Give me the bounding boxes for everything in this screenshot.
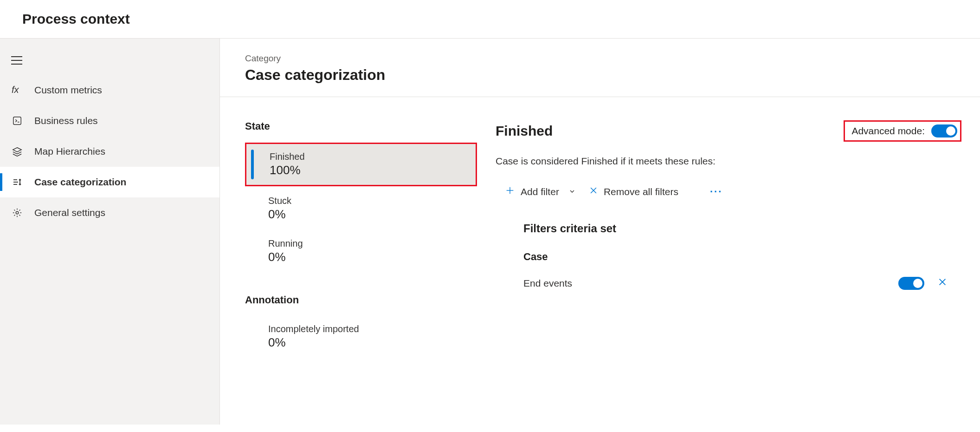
- add-filter-label: Add filter: [521, 186, 559, 197]
- filter-name: End events: [523, 278, 572, 289]
- more-options-icon[interactable]: ···: [710, 186, 722, 198]
- detail-description: Case is considered Finished if it meets …: [496, 156, 961, 167]
- annotation-name: Incompletely imported: [268, 324, 468, 334]
- app-header: Process context: [0, 0, 980, 39]
- detail-title: Finished: [496, 123, 553, 139]
- hamburger-icon: [11, 56, 22, 65]
- state-item-stuck[interactable]: Stuck 0%: [245, 188, 477, 229]
- toggle-knob: [946, 126, 955, 136]
- remove-filter-icon[interactable]: [937, 277, 948, 290]
- hamburger-menu[interactable]: [0, 50, 219, 71]
- sidebar-item-label: Custom metrics: [34, 85, 102, 96]
- page-title: Process context: [22, 11, 980, 27]
- state-value: 100%: [270, 163, 466, 177]
- svg-text:fx: fx: [12, 85, 19, 95]
- annotation-section-title: Annotation: [245, 294, 477, 306]
- state-value: 0%: [268, 250, 468, 264]
- right-panel: Finished Advanced mode: Case is consider…: [477, 120, 961, 357]
- sidebar-item-label: Map Hierarchies: [34, 146, 105, 157]
- state-list: Finished 100% Stuck 0% Running 0%: [245, 143, 477, 272]
- fx-icon: fx: [11, 84, 23, 96]
- sidebar-item-case-categorization[interactable]: Case categorization: [0, 167, 219, 197]
- criteria-subtitle: Case: [496, 251, 961, 263]
- main-body: State Finished 100% Stuck 0% Running 0%: [220, 97, 980, 376]
- close-icon: [589, 186, 598, 197]
- filter-toggle[interactable]: [898, 277, 924, 290]
- category-label: Category: [245, 53, 955, 64]
- filter-row-end-events: End events: [496, 277, 961, 290]
- advanced-mode-label: Advanced mode:: [851, 125, 925, 137]
- sidebar-item-label: Business rules: [34, 115, 98, 126]
- state-item-finished[interactable]: Finished 100%: [245, 143, 477, 186]
- svg-point-7: [16, 211, 19, 214]
- add-filter-button[interactable]: Add filter: [505, 185, 576, 198]
- state-section-title: State: [245, 120, 477, 132]
- sidebar-item-label: General settings: [34, 207, 105, 218]
- remove-all-filters-button[interactable]: Remove all filters: [589, 186, 678, 197]
- remove-all-label: Remove all filters: [604, 186, 678, 197]
- rules-icon: [11, 115, 23, 127]
- state-name: Running: [268, 238, 468, 249]
- content-area: fx Custom metrics Business rules: [0, 39, 980, 425]
- state-item-running[interactable]: Running 0%: [245, 231, 477, 272]
- filter-controls: [898, 277, 948, 290]
- sidebar-item-business-rules[interactable]: Business rules: [0, 105, 219, 136]
- sidebar-item-label: Case categorization: [34, 177, 126, 188]
- criteria-title: Filters criteria set: [496, 222, 961, 235]
- toggle-knob: [913, 279, 922, 288]
- state-name: Finished: [270, 151, 466, 162]
- sidebar-item-general-settings[interactable]: General settings: [0, 197, 219, 228]
- main-panel: Category Case categorization State Finis…: [220, 39, 980, 425]
- advanced-mode-container: Advanced mode:: [844, 120, 961, 142]
- detail-header: Finished Advanced mode:: [496, 120, 961, 142]
- layers-icon: [11, 145, 23, 157]
- gear-icon: [11, 207, 23, 219]
- filter-actions: Add filter: [496, 185, 961, 198]
- annotation-item-incomplete[interactable]: Incompletely imported 0%: [245, 316, 477, 357]
- annotation-value: 0%: [268, 335, 468, 350]
- state-name: Stuck: [268, 196, 468, 206]
- state-value: 0%: [268, 207, 468, 222]
- sidebar-item-map-hierarchies[interactable]: Map Hierarchies: [0, 136, 219, 167]
- left-panel: State Finished 100% Stuck 0% Running 0%: [245, 120, 477, 357]
- chevron-down-icon: [568, 186, 576, 197]
- category-title: Case categorization: [245, 66, 955, 84]
- categorize-icon: [11, 176, 23, 188]
- main-header: Category Case categorization: [220, 39, 980, 97]
- svg-marker-3: [13, 148, 21, 152]
- sidebar: fx Custom metrics Business rules: [0, 39, 220, 425]
- advanced-mode-toggle[interactable]: [931, 124, 957, 137]
- plus-icon: [505, 185, 515, 198]
- sidebar-item-custom-metrics[interactable]: fx Custom metrics: [0, 75, 219, 105]
